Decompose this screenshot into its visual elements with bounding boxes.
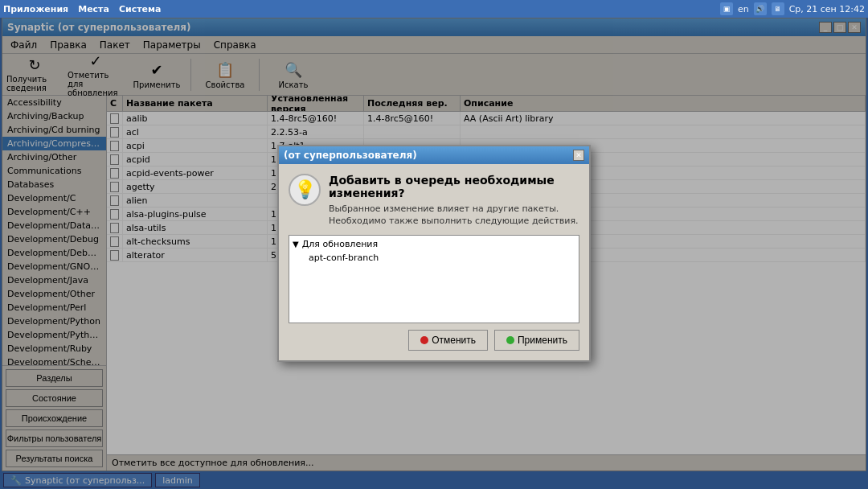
dialog-titlebar: (от суперпользователя) ✕ bbox=[279, 146, 589, 164]
datetime-display: Ср, 21 сен 12:42 bbox=[789, 4, 865, 14]
dialog: (от суперпользователя) ✕ 💡 Добавить в оч… bbox=[277, 145, 591, 363]
modal-overlay: (от суперпользователя) ✕ 💡 Добавить в оч… bbox=[0, 18, 868, 489]
system-menu[interactable]: Система bbox=[119, 4, 162, 14]
cancel-button[interactable]: Отменить bbox=[408, 330, 488, 351]
dialog-line2: Необходимо также выполнить следующие дей… bbox=[329, 215, 579, 227]
cancel-icon bbox=[420, 336, 428, 344]
apply-changes-button[interactable]: Применить bbox=[494, 330, 579, 351]
dialog-list-item: apt-conf-branch bbox=[293, 253, 575, 263]
places-menu[interactable]: Места bbox=[78, 4, 109, 14]
dialog-close-button[interactable]: ✕ bbox=[573, 150, 584, 161]
app-menu[interactable]: Приложения bbox=[3, 4, 68, 14]
dialog-text-block: Добавить в очередь необходимые изменения… bbox=[329, 174, 579, 228]
apply-icon bbox=[506, 336, 514, 344]
lang-indicator: en bbox=[738, 4, 749, 14]
dialog-info-icon: 💡 bbox=[289, 174, 321, 206]
taskbar-top: Приложения Места Система ▣ en 🔊 🖥 Ср, 21… bbox=[0, 0, 868, 18]
taskbar-top-right: ▣ en 🔊 🖥 Ср, 21 сен 12:42 bbox=[720, 2, 865, 15]
cancel-label: Отменить bbox=[432, 335, 476, 346]
dialog-heading: Добавить в очередь необходимые изменения… bbox=[329, 174, 579, 199]
dialog-list-section: ▼ Для обновления bbox=[293, 239, 575, 249]
volume-icon: 🔊 bbox=[754, 2, 767, 15]
dialog-list-box: ▼ Для обновления apt-conf-branch bbox=[289, 235, 579, 323]
dialog-buttons: Отменить Применить bbox=[289, 330, 579, 351]
clock-icon: 🖥 bbox=[772, 2, 784, 15]
dialog-title: (от суперпользователя) bbox=[284, 150, 417, 161]
apply-label: Применить bbox=[518, 335, 567, 346]
dialog-section-label: Для обновления bbox=[302, 239, 378, 249]
network-icon: ▣ bbox=[720, 2, 733, 15]
dialog-body: 💡 Добавить в очередь необходимые изменен… bbox=[279, 164, 589, 361]
taskbar-top-left: Приложения Места Система bbox=[3, 4, 161, 14]
section-arrow-icon[interactable]: ▼ bbox=[293, 240, 299, 249]
dialog-line1: Выбранное изменение влияет на другие пак… bbox=[329, 203, 579, 215]
dialog-header-row: 💡 Добавить в очередь необходимые изменен… bbox=[289, 174, 579, 228]
